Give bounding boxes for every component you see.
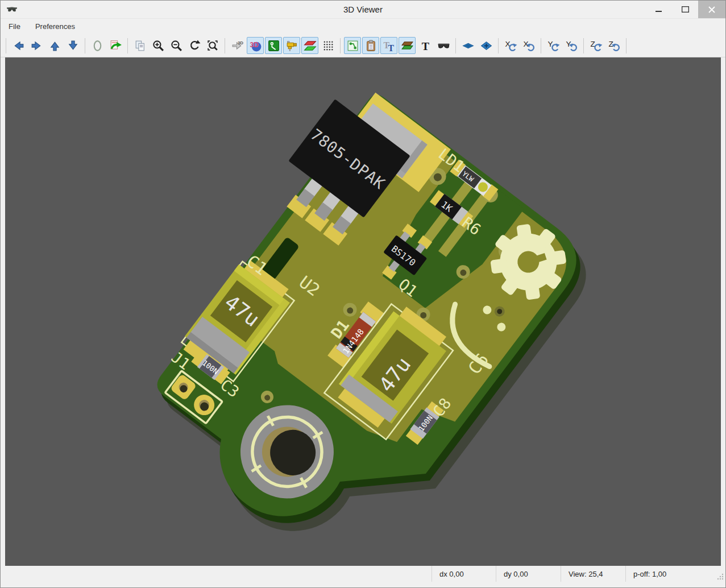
arrow-down-icon <box>67 39 80 52</box>
toolbar-separator <box>127 38 128 53</box>
toolbar-button-board-green[interactable] <box>265 37 282 54</box>
toolbar-button-zoom-out[interactable] <box>168 37 185 54</box>
rot-y-ccw-icon: Y <box>547 39 560 52</box>
export-icon <box>109 39 122 52</box>
toolbar-button-zoom-in[interactable] <box>150 37 167 54</box>
redraw-icon <box>188 39 201 52</box>
status-bar: dx 0,00 dy 0,00 View: 25,4 p-off: 1,00 <box>1 566 725 582</box>
toolbar-button-rot-z-ccw[interactable]: Z <box>587 37 604 54</box>
ortho-icon <box>462 39 475 52</box>
toolbar-button-rot-x-cw[interactable]: X <box>520 37 537 54</box>
3d-viewport[interactable]: 47u 1N4148 <box>5 57 721 566</box>
to-3d-icon: 3D <box>231 39 244 52</box>
view-3d-icon: 3D <box>249 39 262 52</box>
toolbar-button-zoom-fit[interactable] <box>204 37 221 54</box>
minimize-button[interactable] <box>646 1 672 18</box>
status-dy: dy 0,00 <box>496 566 561 582</box>
drill-icon <box>285 39 298 52</box>
minimize-icon <box>656 7 662 13</box>
status-view: View: 25,4 <box>561 566 625 582</box>
toolbar-separator <box>340 38 341 53</box>
toolbar-button-copper[interactable] <box>399 37 416 54</box>
copy-icon <box>134 39 147 52</box>
menu-file[interactable]: File <box>9 22 20 31</box>
toolbar-button-drill[interactable] <box>283 37 300 54</box>
svg-text:T: T <box>421 39 429 52</box>
svg-text:3D: 3D <box>238 40 243 45</box>
toolbar-button-glasses[interactable] <box>435 37 452 54</box>
maximize-icon <box>682 6 689 13</box>
arrow-left-icon <box>12 39 25 52</box>
toolbar-button-rot-x-ccw[interactable]: X <box>502 37 519 54</box>
toolbar-separator <box>626 38 627 53</box>
rot-z-ccw-icon: Z <box>590 39 603 52</box>
toolbar-button-rot-z-cw[interactable]: Z <box>605 37 623 54</box>
glasses-icon <box>437 39 450 52</box>
title-bar[interactable]: 3D Viewer <box>1 1 725 18</box>
rot-x-cw-icon: X <box>522 39 536 52</box>
grid-icon <box>322 39 335 52</box>
toolbar-separator <box>6 38 6 53</box>
toolbar-button-to-3d[interactable]: 3D <box>229 37 246 54</box>
toolbar-button-arrow-left[interactable] <box>10 37 27 54</box>
toolbar-button-rot-y-cw[interactable]: Y <box>563 37 580 54</box>
rot-x-ccw-icon: X <box>504 39 517 52</box>
layers-icon <box>304 39 317 52</box>
window-frame-bottom <box>1 582 725 587</box>
arrow-up-icon <box>48 39 61 52</box>
toolbar-button-rot-y-ccw[interactable]: Y <box>545 37 562 54</box>
toolbar: 3D3DTTTXXYYZZ <box>1 34 725 57</box>
board-green-icon <box>267 39 280 52</box>
toolbar-button-layers[interactable] <box>301 37 318 54</box>
arrow-right-icon <box>30 39 43 52</box>
clipboard-icon <box>364 39 377 52</box>
persp-icon <box>480 39 493 52</box>
toolbar-button-arrow-down[interactable] <box>64 37 81 54</box>
toolbar-button-persp[interactable] <box>478 37 495 54</box>
toolbar-separator <box>225 38 225 53</box>
window-title: 3D Viewer <box>1 5 725 14</box>
toolbar-button-text-options[interactable]: TT <box>380 37 397 54</box>
toolbar-separator <box>498 38 499 53</box>
toolbar-button-zero[interactable] <box>89 37 106 54</box>
toolbar-button-arrow-up[interactable] <box>46 37 63 54</box>
toolbar-button-clipboard[interactable] <box>362 37 379 54</box>
toolbar-button-grid[interactable] <box>320 37 337 54</box>
svg-text:Y: Y <box>566 40 571 48</box>
zero-icon <box>91 39 104 52</box>
tracks-icon <box>346 39 359 52</box>
zoom-out-icon <box>170 39 183 52</box>
zoom-fit-icon <box>206 39 219 52</box>
toolbar-button-arrow-right[interactable] <box>28 37 45 54</box>
pcb-3d-render: 47u 1N4148 <box>5 57 721 566</box>
status-dx: dx 0,00 <box>432 566 496 582</box>
toolbar-button-export[interactable] <box>107 37 124 54</box>
app-glasses-icon <box>6 6 18 13</box>
zoom-in-icon <box>152 39 165 52</box>
rot-z-cw-icon: Z <box>608 39 621 52</box>
toolbar-separator <box>85 38 85 53</box>
resize-grip[interactable] <box>717 573 724 580</box>
maximize-button[interactable] <box>672 1 698 18</box>
rot-y-cw-icon: Y <box>565 39 578 52</box>
toolbar-button-tracks[interactable] <box>344 37 361 54</box>
copper-icon <box>401 39 414 52</box>
toolbar-button-copy[interactable] <box>131 37 148 54</box>
menu-preferences[interactable]: Preferences <box>35 22 75 31</box>
toolbar-button-view-3d[interactable]: 3D <box>247 37 264 54</box>
toolbar-button-text[interactable]: T <box>417 37 434 54</box>
text-options-icon: TT <box>383 39 396 52</box>
svg-text:Z: Z <box>608 40 613 48</box>
toolbar-separator <box>541 38 541 53</box>
toolbar-button-ortho[interactable] <box>459 37 476 54</box>
status-poff: p-off: 1,00 <box>625 566 725 582</box>
close-icon <box>708 6 715 13</box>
close-button[interactable] <box>698 1 725 18</box>
app-window: 3D Viewer File Preferences 3D3DTTTXXYYZZ <box>0 0 726 588</box>
toolbar-separator <box>455 38 456 53</box>
toolbar-separator <box>583 38 584 53</box>
toolbar-button-redraw[interactable] <box>186 37 203 54</box>
menu-bar: File Preferences <box>1 18 725 34</box>
text-icon: T <box>419 39 432 52</box>
svg-text:X: X <box>523 40 528 48</box>
